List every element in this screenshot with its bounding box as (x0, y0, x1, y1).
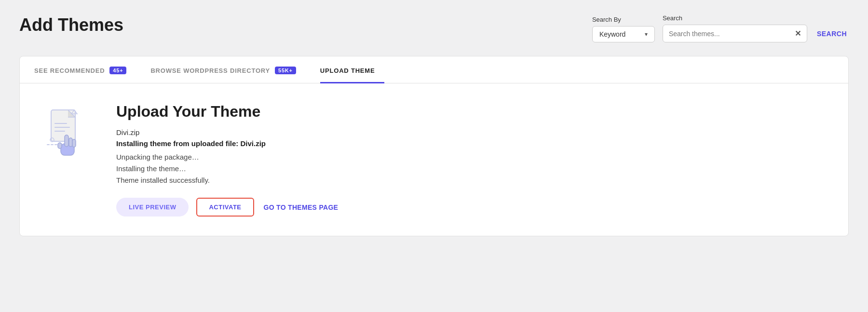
search-button[interactable]: SEARCH (815, 25, 849, 42)
upload-section-title: Upload Your Theme (116, 103, 834, 121)
svg-rect-8 (65, 135, 68, 147)
live-preview-button[interactable]: LIVE PREVIEW (116, 198, 189, 217)
search-by-group: Search By Keyword ▾ (592, 16, 655, 42)
tabs-bar: SEE RECOMMENDED 45+ BROWSE WORDPRESS DIR… (20, 56, 848, 83)
install-message: Installing theme from uploaded file: Div… (116, 139, 834, 148)
status-install: Installing the theme… (116, 163, 834, 175)
upload-info: Upload Your Theme Divi.zip Installing th… (116, 103, 834, 217)
chevron-down-icon: ▾ (645, 31, 648, 38)
tab-upload-theme-label: UPLOAD THEME (320, 67, 375, 74)
search-group: Search ✕ (663, 14, 807, 42)
tab-browse-wordpress-label: BROWSE WORDPRESS DIRECTORY (150, 67, 270, 74)
svg-rect-10 (72, 139, 76, 147)
search-by-dropdown[interactable]: Keyword ▾ (592, 26, 655, 42)
status-success: Theme installed successfully. (116, 175, 834, 186)
search-by-value: Keyword (599, 30, 625, 38)
tab-browse-wordpress-badge: 55K+ (275, 67, 296, 74)
content-card: SEE RECOMMENDED 45+ BROWSE WORDPRESS DIR… (19, 56, 849, 236)
action-buttons: LIVE PREVIEW ACTIVATE GO TO THEMES PAGE (116, 198, 834, 217)
upload-theme-icon (34, 103, 97, 165)
svg-rect-11 (58, 143, 62, 149)
search-area: Search By Keyword ▾ Search ✕ SEARCH (592, 14, 849, 42)
tab-see-recommended-badge: 45+ (109, 67, 126, 74)
page-title: Add Themes (19, 14, 123, 35)
upload-illustration (37, 105, 95, 163)
tab-browse-wordpress[interactable]: BROWSE WORDPRESS DIRECTORY 55K+ (150, 57, 305, 83)
tab-see-recommended-label: SEE RECOMMENDED (34, 67, 105, 74)
activate-button[interactable]: ACTIVATE (196, 198, 254, 217)
upload-tab-content: Upload Your Theme Divi.zip Installing th… (20, 83, 848, 236)
svg-rect-9 (69, 138, 72, 147)
search-label: Search (663, 14, 807, 22)
goto-themes-button[interactable]: GO TO THEMES PAGE (262, 199, 340, 216)
tab-see-recommended[interactable]: SEE RECOMMENDED 45+ (34, 57, 136, 83)
upload-filename: Divi.zip (116, 128, 834, 136)
upload-section: Upload Your Theme Divi.zip Installing th… (34, 103, 834, 217)
tab-upload-theme[interactable]: UPLOAD THEME (320, 57, 385, 83)
clear-icon[interactable]: ✕ (795, 29, 801, 38)
search-by-label: Search By (592, 16, 655, 23)
search-input[interactable] (669, 30, 791, 38)
status-unpack: Unpacking the package… (116, 151, 834, 163)
search-input-wrapper: ✕ (663, 25, 807, 42)
